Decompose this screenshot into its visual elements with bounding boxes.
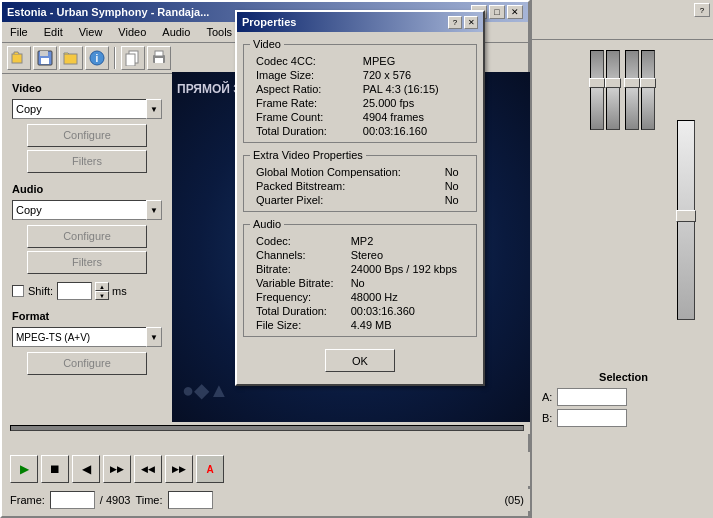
forward-button[interactable]: ▶▶ <box>103 455 131 483</box>
prop-value: 24000 Bps / 192 kbps <box>345 262 470 276</box>
prop-key: Total Duration: <box>250 304 345 318</box>
prop-value: 00:03:16.160 <box>357 124 470 138</box>
shift-spin-up[interactable]: ▲ <box>95 282 109 291</box>
vol-thumb-2[interactable] <box>605 78 621 88</box>
selection-area: Selection A: 000000 B: 004903 <box>532 363 713 438</box>
shift-spin-down[interactable]: ▼ <box>95 291 109 300</box>
svg-text:i: i <box>96 53 99 64</box>
menu-audio[interactable]: Audio <box>154 24 198 40</box>
prop-value: PAL 4:3 (16:15) <box>357 82 470 96</box>
menu-video[interactable]: Video <box>110 24 154 40</box>
table-row: Codec: MP2 <box>250 234 470 248</box>
play-button[interactable]: ▶ <box>10 455 38 483</box>
format-arrow[interactable]: ▼ <box>146 327 162 347</box>
toolbar-open-btn[interactable] <box>7 46 31 70</box>
audio-configure-button[interactable]: Configure <box>27 225 147 248</box>
shift-label: Shift: <box>28 285 53 297</box>
toolbar-copy-btn[interactable] <box>121 46 145 70</box>
dialog-help-btn[interactable]: ? <box>448 16 462 29</box>
video-filters-button[interactable]: Filters <box>27 150 147 173</box>
prop-key: Aspect Ratio: <box>250 82 357 96</box>
transport-bar: ▶ ⏹ ◀ ▶▶ ◀◀ ▶▶ A <box>2 452 532 486</box>
time-input[interactable]: 00 <box>168 491 213 509</box>
prev-button[interactable]: ◀◀ <box>134 455 162 483</box>
shift-checkbox[interactable] <box>12 285 24 297</box>
main-title: Estonia - Urban Symphony - Randaja... <box>7 6 209 18</box>
format-select[interactable]: MPEG-TS (A+V) <box>12 327 147 347</box>
dialog-title-text: Properties <box>242 16 296 28</box>
main-vol-thumb[interactable] <box>676 210 696 222</box>
prop-value: 48000 Hz <box>345 290 470 304</box>
shift-input[interactable]: 0 <box>57 282 92 300</box>
dialog-footer: OK <box>243 343 477 378</box>
prop-value: 00:03:16.360 <box>345 304 470 318</box>
menu-tools[interactable]: Tools <box>198 24 240 40</box>
svg-rect-2 <box>40 51 48 56</box>
right-panel-help-btn[interactable]: ? <box>694 3 710 17</box>
properties-dialog: Properties ? ✕ Video Codec 4CC: MPEG Ima… <box>235 10 485 386</box>
audio-codec-arrow[interactable]: ▼ <box>146 200 162 220</box>
dialog-body: Video Codec 4CC: MPEG Image Size: 720 x … <box>237 32 483 384</box>
dialog-audio-table: Codec: MP2 Channels: Stereo Bitrate: 240… <box>250 234 470 332</box>
vol-slider-1[interactable] <box>590 50 604 130</box>
table-row: Channels: Stereo <box>250 248 470 262</box>
audio-codec-select[interactable]: Copy <box>12 200 147 220</box>
table-row: Image Size: 720 x 576 <box>250 68 470 82</box>
format-label: Format <box>12 310 162 322</box>
vol-thumb-3[interactable] <box>624 78 640 88</box>
rewind-button[interactable]: ◀ <box>72 455 100 483</box>
frame-input[interactable]: 0 <box>50 491 95 509</box>
stop-button[interactable]: ⏹ <box>41 455 69 483</box>
dialog-title-buttons: ? ✕ <box>448 16 478 29</box>
video-configure-button[interactable]: Configure <box>27 124 147 147</box>
vol-slider-3[interactable] <box>625 50 639 130</box>
audio-section-label: Audio <box>12 183 162 195</box>
format-configure-button[interactable]: Configure <box>27 352 147 375</box>
toolbar-print-btn[interactable] <box>147 46 171 70</box>
table-row: File Size: 4.49 MB <box>250 318 470 332</box>
toolbar-save-btn[interactable] <box>33 46 57 70</box>
record-button[interactable]: A <box>196 455 224 483</box>
menu-view[interactable]: View <box>71 24 111 40</box>
toolbar-info-btn[interactable]: i <box>85 46 109 70</box>
next-button[interactable]: ▶▶ <box>165 455 193 483</box>
audio-codec-row: Copy ▼ <box>12 200 162 220</box>
menu-file[interactable]: File <box>2 24 36 40</box>
table-row: Frame Rate: 25.000 fps <box>250 96 470 110</box>
video-codec-row: Copy ▼ <box>12 99 162 119</box>
vol-thumb-4[interactable] <box>640 78 656 88</box>
dialog-close-btn[interactable]: ✕ <box>464 16 478 29</box>
audio-filters-button[interactable]: Filters <box>27 251 147 274</box>
maximize-button[interactable]: □ <box>489 5 505 19</box>
right-panel: ? <box>530 0 713 518</box>
close-button[interactable]: ✕ <box>507 5 523 19</box>
vol-slider-4[interactable] <box>641 50 655 130</box>
video-codec-select[interactable]: Copy <box>12 99 147 119</box>
sel-b-input[interactable]: 004903 <box>557 409 627 427</box>
table-row: Variable Bitrate: No <box>250 276 470 290</box>
dialog-ok-button[interactable]: OK <box>325 349 395 372</box>
toolbar-folder-btn[interactable] <box>59 46 83 70</box>
prop-key: Variable Bitrate: <box>250 276 345 290</box>
dialog-extra-video-section: Extra Video Properties Global Motion Com… <box>243 149 477 212</box>
prop-value: No <box>439 165 470 179</box>
menu-edit[interactable]: Edit <box>36 24 71 40</box>
main-vol-slider[interactable] <box>677 120 695 320</box>
vol-thumb-1[interactable] <box>589 78 605 88</box>
vol-slider-2[interactable] <box>606 50 620 130</box>
video-codec-arrow[interactable]: ▼ <box>146 99 162 119</box>
sel-b-label: B: <box>542 412 552 424</box>
prop-value: 4.49 MB <box>345 318 470 332</box>
preview-decoration: ●◆▲ <box>182 378 229 402</box>
frame-bar: Frame: 0 / 4903 Time: 00 (05) <box>2 489 532 511</box>
shift-unit: ms <box>112 285 127 297</box>
seek-bar[interactable] <box>10 425 524 431</box>
right-panel-top: ? <box>532 0 713 40</box>
prop-value: MP2 <box>345 234 470 248</box>
table-row: Total Duration: 00:03:16.160 <box>250 124 470 138</box>
volume-sliders <box>590 50 655 130</box>
table-row: Quarter Pixel: No <box>250 193 470 207</box>
svg-rect-3 <box>41 58 49 64</box>
sel-a-input[interactable]: 000000 <box>557 388 627 406</box>
format-select-row: MPEG-TS (A+V) ▼ <box>12 327 162 347</box>
